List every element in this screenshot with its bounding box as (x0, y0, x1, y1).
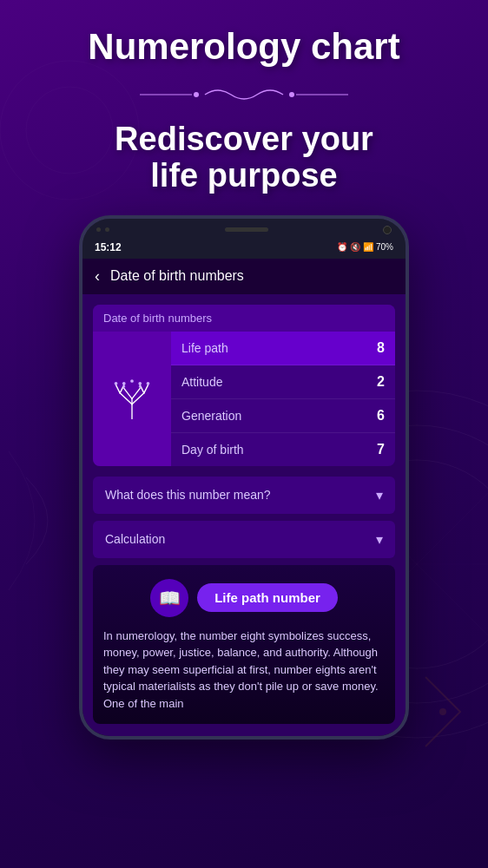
card-icon-area (93, 332, 171, 466)
phone-top-bar (82, 219, 406, 238)
svg-line-15 (120, 393, 132, 404)
day-of-birth-label: Day of birth (181, 443, 244, 457)
screen-content: ‹ Date of birth numbers Date of birth nu… (82, 259, 406, 736)
status-bar: 15:12 ⏰ 🔇 📶 70% (82, 238, 406, 259)
svg-line-19 (116, 385, 121, 393)
life-path-description: In numerology, the number eight symboliz… (103, 628, 385, 713)
generation-label: Generation (181, 409, 241, 423)
svg-point-26 (138, 382, 142, 385)
wifi-icon: 📶 (363, 242, 373, 252)
card-row-generation[interactable]: Generation 6 (171, 399, 395, 433)
app-subtitle: Rediscover your life purpose (115, 122, 373, 194)
meaning-expand-label: What does this number mean? (105, 488, 271, 502)
card-rows: Life path 8 Attitude 2 Generation 6 Da (171, 332, 395, 466)
life-path-section: 📖 Life path number In numerology, the nu… (93, 565, 395, 725)
svg-point-25 (130, 379, 134, 383)
svg-line-16 (132, 393, 144, 404)
notch-dot (96, 227, 101, 232)
ornament-divider (140, 82, 348, 108)
alarm-icon: ⏰ (337, 242, 347, 252)
life-path-title[interactable]: Life path number (197, 583, 338, 612)
battery-text: 70% (376, 242, 393, 252)
phone-speaker (225, 227, 268, 232)
calculation-expand-button[interactable]: Calculation ▾ (93, 521, 395, 558)
svg-point-28 (122, 385, 125, 388)
card-row-day-of-birth[interactable]: Day of birth 7 (171, 433, 395, 466)
life-path-value: 8 (377, 340, 385, 356)
svg-point-27 (147, 382, 150, 385)
generation-value: 6 (377, 408, 385, 424)
day-of-birth-value: 7 (377, 442, 385, 457)
svg-point-29 (139, 385, 142, 388)
svg-point-12 (289, 92, 294, 97)
birth-numbers-card: Date of birth numbers (93, 305, 395, 466)
screen-title: Date of birth numbers (110, 268, 244, 284)
silent-icon: 🔇 (350, 242, 360, 252)
attitude-label: Attitude (181, 375, 222, 389)
svg-point-24 (122, 382, 126, 385)
back-button[interactable]: ‹ (95, 267, 100, 286)
card-section-label: Date of birth numbers (93, 305, 395, 332)
svg-point-23 (115, 382, 118, 385)
life-path-header: 📖 Life path number (103, 579, 385, 617)
card-row-life-path[interactable]: Life path 8 (171, 332, 395, 365)
calculation-expand-label: Calculation (105, 532, 165, 546)
app-title: Numerology chart (88, 26, 399, 68)
attitude-value: 2 (377, 374, 385, 390)
svg-line-22 (144, 385, 148, 393)
numerology-tree-icon (110, 371, 154, 426)
card-body: Life path 8 Attitude 2 Generation 6 Da (93, 332, 395, 466)
svg-point-11 (194, 92, 199, 97)
calculation-chevron-icon: ▾ (376, 531, 383, 548)
card-row-attitude[interactable]: Attitude 2 (171, 365, 395, 399)
screen-header: ‹ Date of birth numbers (82, 259, 406, 294)
notch-dot-2 (105, 227, 109, 232)
status-time: 15:12 (95, 241, 122, 253)
book-emoji: 📖 (159, 588, 181, 608)
book-icon: 📖 (150, 579, 188, 617)
phone-mockup: 15:12 ⏰ 🔇 📶 70% ‹ Date of birth numbers … (79, 215, 409, 740)
life-path-label: Life path (181, 341, 228, 355)
phone-camera (383, 226, 392, 234)
status-icons: ⏰ 🔇 📶 70% (337, 242, 393, 252)
meaning-chevron-icon: ▾ (376, 487, 383, 503)
meaning-expand-button[interactable]: What does this number mean? ▾ (93, 477, 395, 514)
